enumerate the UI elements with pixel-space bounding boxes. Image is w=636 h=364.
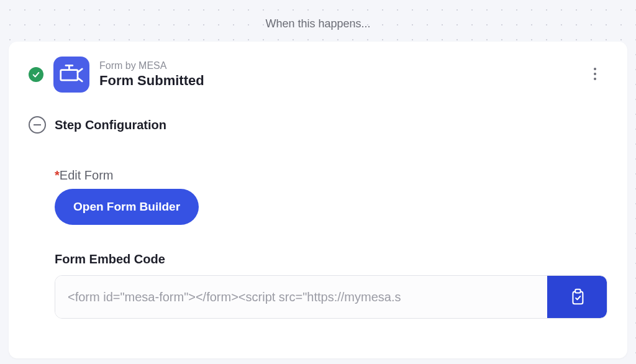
section-title: Step Configuration: [55, 118, 166, 132]
minus-icon: [34, 124, 41, 126]
svg-rect-0: [61, 70, 78, 80]
section-header: Step Configuration: [29, 116, 607, 134]
trigger-heading: When this happens...: [0, 0, 636, 30]
step-header: Form by MESA Form Submitted: [29, 57, 607, 93]
embed-code-label: Form Embed Code: [55, 252, 607, 266]
step-titles: Form by MESA Form Submitted: [99, 60, 204, 89]
event-name: Form Submitted: [99, 73, 204, 89]
svg-rect-6: [575, 289, 580, 293]
collapse-toggle[interactable]: [29, 116, 46, 134]
check-icon: [29, 67, 43, 82]
config-body: *Edit Form Open Form Builder Form Embed …: [55, 168, 607, 319]
form-app-icon: [53, 57, 89, 93]
edit-form-label: *Edit Form: [55, 168, 607, 183]
embed-code-row: [55, 275, 607, 319]
app-name: Form by MESA: [99, 60, 204, 71]
edit-form-label-text: Edit Form: [60, 168, 114, 182]
clipboard-icon: [568, 288, 586, 306]
copy-button[interactable]: [547, 276, 607, 318]
required-asterisk: *: [55, 168, 60, 182]
more-options-icon[interactable]: [588, 65, 602, 83]
step-card: Form by MESA Form Submitted Step Configu…: [9, 42, 627, 358]
embed-code-input[interactable]: [55, 276, 547, 318]
open-form-builder-button[interactable]: Open Form Builder: [55, 189, 199, 225]
svg-rect-5: [573, 292, 583, 304]
